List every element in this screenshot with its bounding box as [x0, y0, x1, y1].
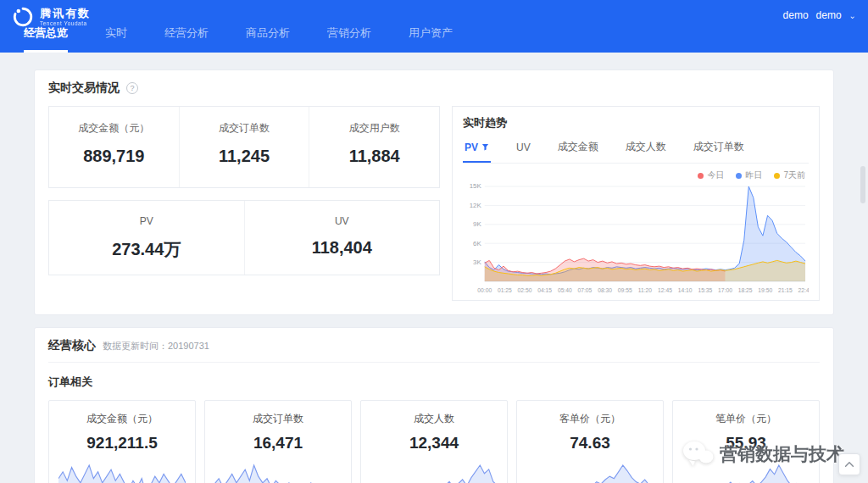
- metric-value: 889,719: [49, 147, 179, 166]
- metric-value: 11,245: [180, 147, 309, 166]
- metric-orders: 成交订单数 11,245: [179, 107, 309, 187]
- realtime-metrics-card: 成交金额（元） 889,719 成交订单数 11,245 成交用户数 11,88…: [48, 106, 440, 188]
- scrollbar-thumb[interactable]: [860, 166, 865, 203]
- kpi-label: 成交金额（元）: [49, 412, 195, 426]
- sparkline-chart: [526, 458, 654, 483]
- svg-text:9K: 9K: [473, 220, 481, 228]
- sparkline-chart: [58, 458, 186, 483]
- trend-title: 实时趋势: [463, 115, 809, 130]
- kpi-label: 成交订单数: [205, 412, 351, 426]
- kpi-label: 客单价（元）: [517, 412, 663, 426]
- svg-text:05:40: 05:40: [558, 287, 572, 293]
- nav-item-overview[interactable]: 经营总览: [24, 25, 68, 53]
- sparkline-chart: [370, 458, 498, 483]
- metric-uv: UV 118,404: [244, 201, 440, 275]
- kpi-label: 笔单价（元）: [673, 412, 819, 426]
- legend-item-week-ago[interactable]: 7天前: [774, 169, 805, 181]
- metric-amount: 成交金额（元） 889,719: [49, 107, 179, 187]
- logo-title: 腾讯有数: [40, 8, 91, 20]
- trend-tab-users[interactable]: 成交人数: [624, 135, 668, 163]
- svg-text:08:30: 08:30: [598, 287, 612, 293]
- sparkline-chart: [214, 458, 342, 483]
- metric-label: 成交订单数: [180, 121, 309, 136]
- trend-tab-uv[interactable]: UV: [515, 135, 532, 163]
- trend-chart: 3K6K9K12K15K00:0001:2502:5004:1505:4007:…: [463, 181, 809, 297]
- back-to-top-button[interactable]: [838, 453, 860, 475]
- svg-text:6K: 6K: [473, 240, 481, 247]
- svg-text:00:00: 00:00: [477, 287, 492, 293]
- legend-item-yesterday[interactable]: 昨日: [736, 169, 762, 181]
- sparkline-chart: [682, 458, 810, 483]
- svg-text:22:40: 22:40: [798, 287, 809, 293]
- legend-dot: [736, 173, 742, 179]
- metric-label: 成交用户数: [309, 121, 439, 136]
- nav-item-user-assets[interactable]: 用户资产: [409, 25, 453, 53]
- trend-tabs: PV UV 成交金额 成交人数 成交订单数: [463, 135, 809, 164]
- section-title-realtime: 实时交易情况: [48, 80, 120, 96]
- filter-icon: [481, 143, 489, 151]
- trend-tab-amount[interactable]: 成交金额: [556, 135, 600, 163]
- svg-text:07:05: 07:05: [578, 287, 593, 293]
- chevron-down-icon: ⌄: [849, 11, 856, 20]
- nav-item-marketing-analysis[interactable]: 营销分析: [327, 25, 371, 53]
- metric-value: 273.44万: [49, 238, 244, 261]
- tab-label: PV: [465, 142, 478, 153]
- kpi-cards-row: 成交金额（元） 921,211.5 日环比↑ 13.42% 日环比(按周)↑ 1…: [48, 400, 820, 483]
- legend-item-today[interactable]: 今日: [698, 169, 724, 181]
- kpi-value: 12,344: [361, 434, 507, 452]
- svg-text:09:55: 09:55: [618, 287, 632, 293]
- trend-tab-orders[interactable]: 成交订单数: [692, 135, 746, 163]
- svg-text:14:10: 14:10: [678, 287, 693, 293]
- update-time: 数据更新时间：20190731: [103, 340, 209, 353]
- kpi-card-orders: 成交订单数 16,471 日环比↓ -31.42% 日环比(按周)↓ -7.39…: [204, 400, 352, 483]
- svg-text:12K: 12K: [470, 202, 482, 209]
- metric-label: PV: [49, 215, 244, 227]
- kpi-card-avg-per-customer: 客单价（元） 74.63 日环比↑ 77.65% 日环比(按周)↑ 22.72%: [516, 400, 664, 483]
- traffic-metrics-card: PV 273.44万 UV 118,404: [48, 200, 440, 275]
- kpi-card-users: 成交人数 12,344 日环比↓ -36.15% 日环比(按周)↓ -5.83%: [360, 400, 508, 483]
- legend-label: 今日: [707, 169, 724, 181]
- svg-text:01:25: 01:25: [498, 287, 512, 293]
- nav-item-product-analysis[interactable]: 商品分析: [246, 25, 290, 53]
- nav-item-business-analysis[interactable]: 经营分析: [164, 25, 209, 53]
- nav-item-realtime[interactable]: 实时: [105, 25, 127, 53]
- kpi-card-amount: 成交金额（元） 921,211.5 日环比↑ 13.42% 日环比(按周)↑ 1…: [48, 400, 196, 483]
- legend-dot: [698, 173, 704, 179]
- svg-text:19:50: 19:50: [758, 287, 772, 293]
- svg-text:17:00: 17:00: [718, 287, 732, 293]
- main-nav: 经营总览 实时 经营分析 商品分析 营销分析 用户资产: [24, 25, 453, 53]
- section-title-core: 经营核心: [48, 338, 96, 353]
- metric-label: 成交金额（元）: [49, 121, 179, 136]
- chart-legend: 今日 昨日 7天前: [463, 169, 805, 181]
- kpi-value: 74.63: [517, 434, 663, 452]
- svg-text:04:15: 04:15: [537, 287, 552, 293]
- legend-label: 昨日: [745, 169, 762, 181]
- legend-label: 7天前: [783, 169, 805, 181]
- svg-text:11:20: 11:20: [638, 287, 653, 293]
- metric-label: UV: [245, 215, 440, 227]
- svg-text:15:35: 15:35: [698, 287, 712, 293]
- user-menu[interactable]: demo demo ⌄: [783, 9, 856, 21]
- metric-value: 11,884: [309, 147, 439, 166]
- app-header: 腾讯有数 Tencent Youdata demo demo ⌄ 经营总览 实时…: [0, 0, 868, 53]
- legend-dot: [774, 173, 780, 179]
- org-name: demo: [783, 9, 809, 21]
- svg-text:18:25: 18:25: [738, 287, 753, 293]
- kpi-value: 16,471: [205, 434, 351, 452]
- core-panel: 经营核心 数据更新时间：20190731 订单相关 成交金额（元） 921,21…: [34, 327, 834, 483]
- metric-value: 118,404: [245, 238, 440, 258]
- metric-users: 成交用户数 11,884: [309, 107, 439, 187]
- kpi-value: 921,211.5: [49, 434, 195, 452]
- kpi-card-avg-per-order: 笔单价（元） 55.93 日环比↑ 65.38% 日环比(按周)↑ 24.78%: [672, 400, 820, 483]
- realtime-panel: 实时交易情况 ? 成交金额（元） 889,719 成交订单数 11,245 成交…: [34, 69, 834, 315]
- kpi-value: 55.93: [673, 434, 819, 452]
- help-icon[interactable]: ?: [126, 82, 138, 94]
- kpi-label: 成交人数: [361, 412, 507, 426]
- svg-text:21:15: 21:15: [778, 287, 793, 293]
- realtime-trend-card: 实时趋势 PV UV 成交金额 成交人数 成交订单数 今日 昨日 7天前 3K: [452, 106, 820, 301]
- subsection-title-orders: 订单相关: [48, 375, 820, 390]
- main-content: 实时交易情况 ? 成交金额（元） 889,719 成交订单数 11,245 成交…: [0, 53, 868, 483]
- svg-text:3K: 3K: [473, 258, 481, 266]
- trend-tab-pv[interactable]: PV: [463, 135, 491, 163]
- svg-text:12:45: 12:45: [658, 287, 672, 293]
